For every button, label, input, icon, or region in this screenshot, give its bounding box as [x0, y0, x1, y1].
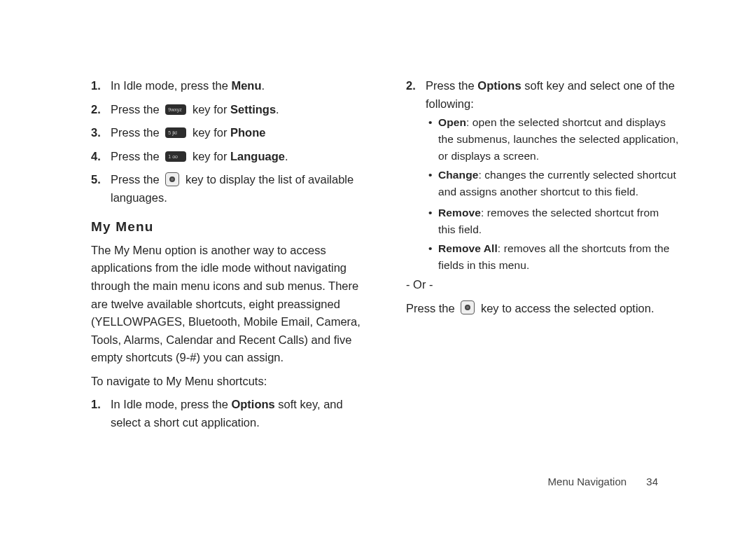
step-5: 5. Press the key to display the list of … — [91, 171, 364, 207]
bullet-term: Remove All — [438, 242, 498, 254]
step-text: Press the — [426, 79, 477, 92]
bullet-desc: : open the selected shortcut and display… — [438, 116, 678, 162]
step-bold: Menu — [231, 79, 261, 92]
step-bold: Settings — [230, 103, 276, 116]
bullet-term: Remove — [438, 207, 481, 219]
page-footer: Menu Navigation 34 — [548, 473, 658, 490]
my-menu-intro: The My Menu option is another way to acc… — [91, 242, 364, 367]
footer-section-name: Menu Navigation — [548, 476, 627, 487]
step-bold: Options — [477, 79, 521, 92]
step-text: Press the — [111, 173, 162, 186]
step-number: 1. — [91, 77, 101, 95]
section-heading-my-menu: My Menu — [91, 216, 364, 237]
step-text: In Idle mode, press the — [111, 398, 231, 410]
footer-page-number: 34 — [646, 476, 658, 487]
bullet-remove: Remove: removes the selected shortcut fr… — [438, 205, 679, 238]
step-number: 5. — [91, 171, 101, 189]
step-text: Press the — [111, 150, 162, 162]
bullet-open: Open: open the selected shortcut and dis… — [438, 114, 679, 165]
step-text: Press the — [111, 103, 162, 116]
step-2: 2. Press the 9wxyz key for Settings. — [91, 101, 364, 119]
step-4: 4. Press the 1 oo key for Language. — [91, 148, 364, 166]
step-number: 2. — [406, 77, 416, 95]
step-1: 1. In Idle mode, press the Options soft … — [91, 396, 364, 431]
step-number: 3. — [91, 124, 101, 142]
ok-key-icon — [461, 300, 475, 314]
step-number: 4. — [91, 148, 101, 166]
options-bullet-list-cont: Remove: removes the selected shortcut fr… — [406, 205, 679, 274]
number-key-icon-5: 5 jkl — [165, 127, 186, 138]
step-bold: Phone — [230, 126, 265, 139]
step-1: 1. In Idle mode, press the Menu. — [91, 77, 364, 95]
number-key-icon-9: 9wxyz — [165, 104, 186, 115]
options-bullet-list: Open: open the selected shortcut and dis… — [426, 114, 679, 200]
two-column-body: 1. In Idle mode, press the Menu. 2. Pres… — [91, 77, 679, 462]
bullet-change: Change: changes the currently selected s… — [438, 167, 679, 200]
ok-key-icon — [165, 172, 179, 186]
step-number: 2. — [91, 101, 101, 119]
instruction-list-settings: 1. In Idle mode, press the Menu. 2. Pres… — [91, 77, 364, 207]
bullet-remove-all: Remove All: removes all the shortcuts fr… — [438, 240, 679, 274]
step-number: 1. — [91, 396, 101, 414]
bullet-term: Open — [438, 116, 466, 128]
step-text: Press the — [111, 126, 162, 139]
step-bold: Language — [230, 150, 285, 162]
step-2: 2. Press the Options soft key and select… — [406, 77, 679, 200]
or-divider: - Or - — [406, 276, 679, 294]
step-3: 3. Press the 5 jkl key for Phone — [91, 124, 364, 142]
step-bold: Options — [231, 398, 274, 410]
number-key-icon-1: 1 oo — [165, 151, 186, 162]
step-text: In Idle mode, press the — [111, 79, 231, 92]
bullet-term: Change — [438, 169, 478, 181]
manual-page: 1. In Idle mode, press the Menu. 2. Pres… — [0, 0, 756, 540]
navigate-line: To navigate to My Menu shortcuts: — [91, 373, 364, 391]
press-ok-line: Press the key to access the selected opt… — [406, 300, 679, 318]
